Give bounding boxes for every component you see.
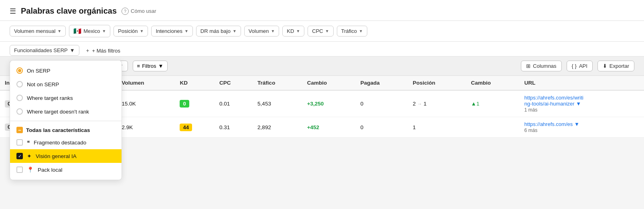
- th-url: URL: [520, 76, 644, 90]
- api-button[interactable]: { } API: [567, 61, 593, 71]
- chevron-down-icon: ▼: [271, 29, 275, 33]
- export-icon: ⬇: [603, 63, 607, 69]
- th-volumen: Volumen: [117, 76, 175, 90]
- cell-posicion: 1: [408, 117, 466, 138]
- chevron-down-icon: ▼: [140, 29, 144, 33]
- dr-label: DR más bajo: [200, 28, 231, 34]
- cell-volumen: 2.9K: [117, 117, 175, 138]
- kd-badge: 0: [180, 100, 189, 108]
- kd-label: KD: [287, 28, 294, 34]
- chevron-down-icon: ▼: [158, 63, 164, 69]
- chevron-down-icon: ▼: [184, 29, 188, 33]
- cell-pos-cambio: ▲1: [466, 90, 520, 117]
- cpc-filter[interactable]: CPC ▼: [308, 26, 333, 37]
- more-urls-link[interactable]: 6 más: [525, 128, 538, 133]
- th-trafico: Tráfico: [253, 76, 302, 90]
- checkbox-unchecked-icon: [16, 166, 23, 173]
- page-header: ☰ Palabras clave orgánicas ? Cómo usar: [0, 0, 644, 21]
- on-serp-option[interactable]: On SERP: [10, 64, 122, 77]
- api-label: API: [579, 63, 587, 69]
- posicion-filter[interactable]: Posición ▼: [113, 26, 148, 37]
- mas-filtros-label: + Más filtros: [92, 48, 120, 54]
- mas-filtros-button[interactable]: ＋ + Más filtros: [83, 45, 123, 56]
- volumen-mensual-label: Volumen mensual: [14, 28, 55, 34]
- cell-kd: 0: [175, 90, 215, 117]
- cell-pagada: 0: [356, 90, 408, 117]
- cell-cpc: 0.31: [215, 117, 253, 138]
- cell-cpc: 0.01: [215, 90, 253, 117]
- fragmento-label: Fragmento destacado: [34, 140, 86, 146]
- where-target-doesnt-rank-option[interactable]: Where target doesn't rank: [10, 105, 122, 118]
- radio-unselected-icon: [16, 108, 23, 115]
- menu-icon[interactable]: ☰: [10, 7, 16, 16]
- posicion-label: Posición: [118, 28, 138, 34]
- more-urls-link[interactable]: 1 más: [525, 107, 538, 113]
- vision-general-option[interactable]: ✓ ✦ Visión general IA: [10, 149, 122, 163]
- filter-lines-icon: ≡: [137, 63, 140, 69]
- help-label: Cómo usar: [131, 8, 156, 14]
- help-circle-icon: ?: [122, 8, 129, 15]
- where-target-ranks-option[interactable]: Where target ranks: [10, 91, 122, 105]
- radio-unselected-icon: [16, 95, 23, 101]
- where-target-doesnt-rank-label: Where target doesn't rank: [27, 109, 89, 115]
- columns-icon: ⊞: [526, 63, 531, 69]
- cell-posicion: 2 → 1: [408, 90, 466, 117]
- checkmark-icon: ✓: [18, 154, 22, 159]
- todas-section-header: − Todas las características: [10, 124, 122, 136]
- trafico-label: Tráfico: [341, 28, 357, 34]
- url-link[interactable]: https://ahrefs.com/es ▼: [525, 121, 579, 127]
- kd-filter[interactable]: KD ▼: [282, 26, 304, 37]
- intenciones-filter[interactable]: Intenciones ▼: [151, 26, 192, 37]
- cpc-label: CPC: [312, 28, 323, 34]
- exportar-label: Exportar: [610, 63, 629, 69]
- not-on-serp-label: Not on SERP: [27, 81, 59, 87]
- cell-volumen: 15.0K: [117, 90, 175, 117]
- dr-filter[interactable]: DR más bajo ▼: [196, 26, 241, 37]
- intenciones-label: Intenciones: [156, 28, 182, 34]
- funcionalidades-serp-button[interactable]: Funcionalidades SERP ▼: [10, 45, 79, 56]
- radio-dot: [18, 69, 21, 72]
- cell-url: https://ahrefs.com/es ▼ 6 más: [520, 117, 644, 138]
- cell-pagada: 0: [356, 117, 408, 138]
- funcionalidades-label: Funcionalidades SERP: [14, 47, 68, 53]
- th-cambio2: Cambio: [466, 76, 520, 90]
- filtros-button[interactable]: ≡ Filtros ▼: [133, 61, 168, 71]
- todas-label: Todas las características: [26, 127, 90, 133]
- filtros-label: Filtros: [142, 63, 156, 69]
- fragmento-option[interactable]: ❝ Fragmento destacado: [10, 136, 122, 149]
- url-link[interactable]: https://ahrefs.com/es/writing-tools/ai-h…: [525, 95, 583, 107]
- diamond-icon: ✦: [27, 153, 32, 159]
- columnas-button[interactable]: ⊞ Columnas: [521, 61, 562, 71]
- minus-icon: −: [16, 127, 23, 133]
- volumen-mensual-filter[interactable]: Volumen mensual ▼: [10, 26, 66, 37]
- cell-cambio: +452: [302, 117, 356, 138]
- th-kd: KD: [175, 76, 215, 90]
- on-serp-label: On SERP: [27, 68, 51, 74]
- filters-row-1: Volumen mensual ▼ 🇲🇽 Mexico ▼ Posición ▼…: [0, 21, 644, 42]
- page-title: Palabras clave orgánicas: [21, 6, 117, 16]
- trafico-filter[interactable]: Tráfico ▼: [337, 26, 367, 37]
- not-on-serp-option[interactable]: Not on SERP: [10, 77, 122, 91]
- exportar-button[interactable]: ⬇ Exportar: [597, 61, 634, 71]
- cell-url: https://ahrefs.com/es/writing-tools/ai-h…: [520, 90, 644, 117]
- chevron-down-icon: ▼: [102, 29, 106, 33]
- help-button[interactable]: ? Cómo usar: [122, 8, 156, 15]
- plus-icon: ＋: [85, 47, 90, 54]
- cell-trafico: 5,453: [253, 90, 302, 117]
- country-label: Mexico: [83, 28, 100, 34]
- country-filter[interactable]: 🇲🇽 Mexico ▼: [69, 25, 110, 37]
- radio-unselected-icon: [16, 81, 23, 87]
- quote-icon: ❝: [27, 140, 30, 146]
- kd-badge: 44: [180, 124, 192, 131]
- checkbox-checked-icon: ✓: [16, 153, 23, 159]
- radio-selected-icon: [16, 67, 23, 74]
- th-cambio: Cambio: [302, 76, 356, 90]
- vision-label: Visión general IA: [36, 153, 77, 159]
- location-pin-icon: 📍: [27, 166, 34, 173]
- funcionalidades-serp-dropdown[interactable]: Funcionalidades SERP ▼ On SERP Not on SE…: [10, 45, 79, 56]
- cell-trafico: 2,892: [253, 117, 302, 138]
- cell-kd: 44: [175, 117, 215, 138]
- pack-local-option[interactable]: 📍 Pack local: [10, 163, 122, 177]
- api-icon: { }: [572, 63, 577, 69]
- volumen2-filter[interactable]: Volumen ▼: [244, 26, 279, 37]
